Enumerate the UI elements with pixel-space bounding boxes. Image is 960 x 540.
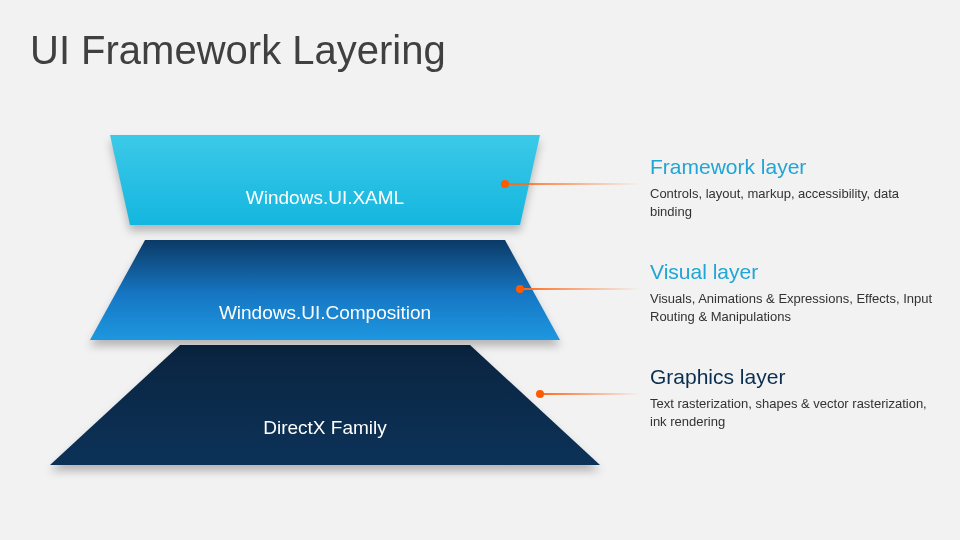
callout-graphics: Graphics layer Text rasterization, shape…	[650, 365, 940, 430]
callout-framework: Framework layer Controls, layout, markup…	[650, 155, 940, 220]
callout-framework-desc: Controls, layout, markup, accessibility,…	[650, 185, 940, 220]
layer-graphics: DirectX Family	[50, 345, 600, 465]
leader-line-visual	[520, 288, 640, 290]
callout-visual-title: Visual layer	[650, 260, 940, 284]
layer-graphics-label: DirectX Family	[50, 417, 600, 439]
layer-pyramid: DirectX Family Windows.UI.Composition	[50, 135, 600, 475]
callout-visual: Visual layer Visuals, Animations & Expre…	[650, 260, 940, 325]
page-title: UI Framework Layering	[30, 28, 446, 73]
callout-graphics-title: Graphics layer	[650, 365, 940, 389]
callout-visual-desc: Visuals, Animations & Expressions, Effec…	[650, 290, 940, 325]
layer-visual: Windows.UI.Composition	[50, 240, 600, 350]
callout-framework-title: Framework layer	[650, 155, 940, 179]
svg-marker-1	[90, 240, 560, 340]
layer-visual-label: Windows.UI.Composition	[50, 302, 600, 324]
layer-framework: Windows.UI.XAML	[50, 135, 600, 235]
leader-line-framework	[505, 183, 640, 185]
svg-marker-2	[110, 135, 540, 225]
leader-line-graphics	[540, 393, 640, 395]
callout-graphics-desc: Text rasterization, shapes & vector rast…	[650, 395, 940, 430]
svg-marker-0	[50, 345, 600, 465]
layer-framework-label: Windows.UI.XAML	[50, 187, 600, 209]
